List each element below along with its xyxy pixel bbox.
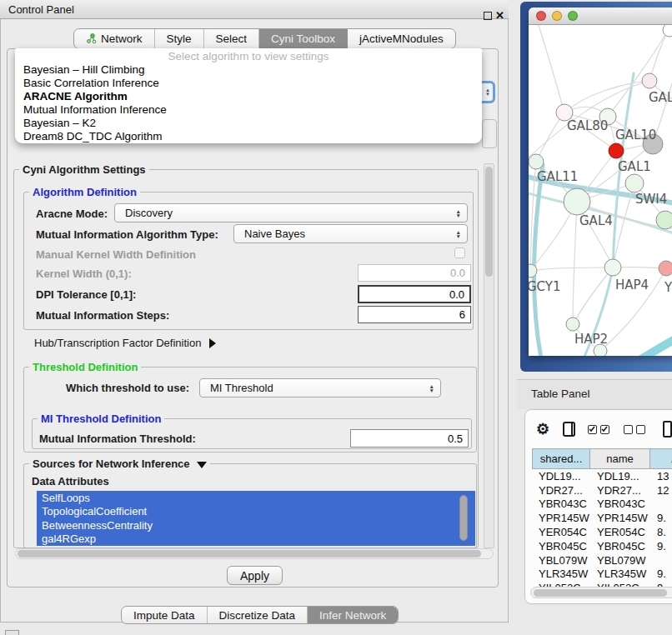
table-row[interactable]: YER054CYER054C8. bbox=[532, 525, 672, 539]
close-traffic-light-icon[interactable] bbox=[536, 11, 546, 21]
mi-steps-field[interactable]: 6 bbox=[358, 306, 471, 323]
aracne-mode-value: Discovery bbox=[125, 207, 173, 219]
table-cell bbox=[650, 498, 672, 512]
table-toolbar: ⚙ bbox=[536, 418, 672, 441]
network-node[interactable] bbox=[529, 154, 544, 169]
which-threshold-select[interactable]: MI Threshold ▲▼ bbox=[199, 378, 441, 398]
network-node[interactable] bbox=[625, 174, 644, 192]
node-table: shared...nameAYDL19...YDL19...13YDR27...… bbox=[532, 448, 672, 595]
data-attribute-item[interactable]: TopologicalCoefficient bbox=[37, 505, 475, 519]
group-title-sources[interactable]: Sources for Network Inference bbox=[29, 458, 210, 470]
which-threshold-value: MI Threshold bbox=[210, 382, 273, 394]
column-header[interactable]: shared... bbox=[532, 448, 590, 469]
group-title-mi-threshold-definition: MI Threshold Definition bbox=[38, 412, 164, 425]
tab-select[interactable]: Select bbox=[204, 29, 260, 48]
network-node[interactable] bbox=[659, 261, 672, 276]
network-canvas[interactable]: GALGAL80GAL10GAL1GAL11SWI4GAL4GCY1HAP4YH… bbox=[529, 25, 672, 356]
control-panel-tabbar: NetworkStyleSelectCyni ToolboxjActiveMNo… bbox=[73, 28, 456, 49]
table-cell: YDL19... bbox=[590, 469, 650, 483]
algorithm-dropdown-items: Bayesian – Hill ClimbingBasic Correlatio… bbox=[15, 62, 482, 142]
data-attribute-item[interactable]: BetweennessCentrality bbox=[37, 518, 475, 532]
table-row[interactable]: YPR145WYPR145W9. bbox=[532, 511, 672, 525]
minimize-traffic-light-icon[interactable] bbox=[552, 11, 562, 21]
algorithm-option[interactable]: Bayesian – K2 bbox=[15, 116, 482, 129]
algorithm-option[interactable]: ARACNE Algorithm bbox=[15, 89, 482, 102]
gear-icon[interactable]: ⚙ bbox=[536, 420, 549, 438]
tab-cyni-toolbox[interactable]: Cyni Toolbox bbox=[259, 29, 348, 48]
close-icon[interactable]: ✕ bbox=[495, 9, 507, 22]
tab-label: Cyni Toolbox bbox=[271, 32, 335, 45]
manual-kernel-checkbox[interactable] bbox=[454, 248, 465, 258]
table-cell: 9. bbox=[650, 511, 672, 525]
network-node-label: GAL80 bbox=[567, 118, 608, 133]
document-icon[interactable] bbox=[663, 421, 672, 438]
algorithm-option[interactable]: Basic Correlation Inference bbox=[15, 76, 482, 89]
mi-type-select[interactable]: Naive Bayes ▲▼ bbox=[233, 224, 468, 243]
aracne-mode-select[interactable]: Discovery ▲▼ bbox=[114, 203, 468, 222]
network-node[interactable] bbox=[604, 259, 621, 276]
table-horizontal-scrollbar-thumb[interactable] bbox=[534, 589, 667, 597]
mi-threshold-field[interactable]: 0.5 bbox=[350, 429, 469, 448]
table-cell: 8. bbox=[650, 525, 672, 539]
mi-type-label: Mutual Information Algorithm Type: bbox=[36, 228, 218, 241]
network-icon bbox=[86, 33, 97, 44]
table-cell: YLR345W bbox=[590, 568, 650, 582]
table-cell: YBL079W bbox=[532, 553, 590, 568]
network-node[interactable] bbox=[656, 211, 672, 229]
table-row[interactable]: YDL19...YDL19...13 bbox=[532, 469, 672, 483]
column-header[interactable]: A bbox=[650, 448, 672, 469]
network-window: GALGAL80GAL10GAL1GAL11SWI4GAL4GCY1HAP4YH… bbox=[529, 8, 672, 356]
table-row[interactable]: YBR043CYBR043C bbox=[532, 498, 672, 512]
split-view-icon[interactable] bbox=[563, 422, 575, 437]
network-window-titlebar[interactable] bbox=[529, 8, 672, 25]
data-attribute-item[interactable]: SelfLoops bbox=[37, 491, 475, 505]
column-header[interactable]: name bbox=[590, 448, 650, 469]
network-node[interactable] bbox=[642, 73, 657, 88]
screen: { "control_panel": { "title": "Control P… bbox=[0, 0, 672, 635]
table-row[interactable]: YDR27...YDR27...12 bbox=[532, 483, 672, 498]
control-panel-titlebar[interactable]: Control Panel bbox=[0, 0, 509, 19]
stepper-arrows-icon: ▲▼ bbox=[456, 208, 461, 218]
hub-definition-expander[interactable]: Hub/Transcription Factor Definition bbox=[34, 337, 216, 349]
algorithm-option[interactable]: Bayesian – Hill Climbing bbox=[15, 62, 482, 76]
table-cell: YPR145W bbox=[532, 511, 590, 525]
tab-label: Network bbox=[101, 32, 143, 45]
data-attribute-item[interactable]: gal4RGexp bbox=[37, 532, 475, 547]
algorithm-option[interactable]: Dream8 DC_TDC Algorithm bbox=[15, 129, 482, 142]
network-node[interactable] bbox=[609, 143, 624, 158]
table-row[interactable]: YBR045CYBR045C9. bbox=[532, 539, 672, 553]
tab-discretize-data[interactable]: Discretize Data bbox=[208, 607, 308, 623]
network-node-label: GAL4 bbox=[579, 213, 613, 228]
network-node[interactable] bbox=[663, 25, 672, 37]
deselect-all-icon[interactable] bbox=[624, 425, 649, 434]
algorithm-option[interactable]: Mutual Information Inference bbox=[15, 102, 482, 116]
table-cell: YER054C bbox=[532, 525, 590, 539]
mi-steps-label: Mutual Information Steps: bbox=[36, 309, 169, 322]
select-all-icon[interactable] bbox=[588, 425, 613, 434]
tab-infer-network[interactable]: Infer Network bbox=[308, 607, 398, 623]
floating-mini-window[interactable] bbox=[5, 630, 19, 635]
table-cell: 13 bbox=[650, 469, 672, 483]
zoom-traffic-light-icon[interactable] bbox=[568, 11, 578, 21]
group-title-threshold-definition: Threshold Definition bbox=[29, 361, 141, 373]
table-row[interactable]: YBL079WYBL079W bbox=[532, 553, 672, 568]
network-edge bbox=[539, 25, 564, 112]
network-node[interactable] bbox=[564, 188, 590, 215]
tab-style[interactable]: Style bbox=[155, 29, 204, 48]
tab-impute-data[interactable]: Impute Data bbox=[122, 607, 208, 623]
settings-vertical-scrollbar-thumb[interactable] bbox=[485, 167, 493, 277]
attributes-list-scrollbar-thumb[interactable] bbox=[459, 495, 468, 541]
tab-network[interactable]: Network bbox=[74, 29, 155, 48]
table-row[interactable]: YLR345WYLR345W9. bbox=[532, 568, 672, 582]
table-cell: YPR145W bbox=[590, 511, 650, 525]
dpi-tolerance-field[interactable]: 0.0 bbox=[358, 285, 471, 303]
tab-jactivemnodules[interactable]: jActiveMNodules bbox=[348, 29, 455, 48]
apply-button[interactable]: Apply bbox=[227, 566, 283, 585]
network-node[interactable] bbox=[566, 318, 579, 331]
float-window-icon[interactable] bbox=[484, 12, 492, 20]
network-node-label: GAL10 bbox=[615, 128, 656, 142]
control-panel-title: Control Panel bbox=[8, 3, 74, 16]
kernel-width-field[interactable]: 0.0 bbox=[358, 264, 471, 282]
settings-horizontal-scrollbar-thumb[interactable] bbox=[18, 550, 481, 558]
table-cell: YBL079W bbox=[590, 553, 650, 568]
